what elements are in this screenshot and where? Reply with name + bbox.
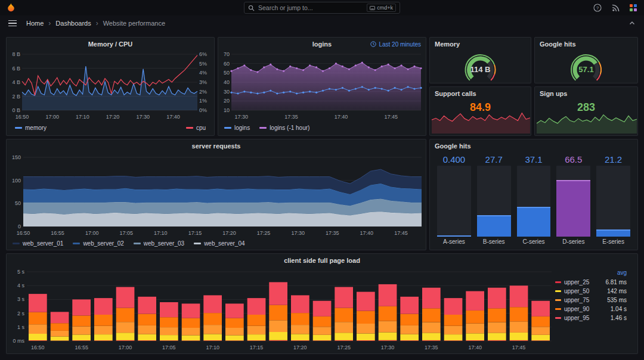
legend-item[interactable]: upper_256.81 ms (555, 278, 627, 287)
svg-text:3 s: 3 s (17, 296, 25, 302)
bar-gauge-b-series[interactable]: 27.7B-series (477, 154, 511, 246)
bar-gauge-a-series[interactable]: 0.400A-series (437, 154, 471, 246)
sign-ups-value: 283 (535, 101, 637, 114)
bar-gauge-e-series[interactable]: 21.2E-series (596, 154, 630, 246)
legend-item[interactable]: upper_50142 ms (555, 287, 627, 296)
legend-swatch (73, 243, 80, 244)
panel-title-server-requests[interactable]: server requests (7, 139, 426, 153)
svg-text:17:45: 17:45 (512, 345, 526, 350)
legend-item[interactable]: upper_951.46 s (555, 314, 627, 322)
svg-text:17:30: 17:30 (234, 114, 248, 120)
breadcrumb-dashboards[interactable]: Dashboards (55, 20, 91, 27)
svg-text:50: 50 (15, 200, 21, 206)
grafana-logo-icon[interactable] (6, 3, 16, 13)
legend-item[interactable]: upper_901.04 s (555, 305, 627, 314)
breadcrumb-separator: › (96, 19, 98, 27)
panel-title-memory-cpu[interactable]: Memory / CPU (7, 38, 214, 51)
bar-fill (437, 235, 471, 237)
svg-text:2 s: 2 s (17, 311, 25, 316)
bar-value: 37.1 (525, 154, 542, 166)
panel-title-sign-ups[interactable]: Sign ups (535, 87, 637, 100)
logins-chart[interactable]: 1020304050607017:3017:3517:4017:45 (218, 51, 426, 121)
legend-avg-value: 1.04 s (611, 306, 627, 312)
bar-label: E-series (602, 237, 624, 246)
legend-item[interactable]: web_server_03 (134, 240, 184, 247)
legend-label: upper_75 (564, 297, 604, 303)
legend-label: memory (25, 125, 47, 131)
panel-title-memory[interactable]: Memory (430, 38, 531, 51)
svg-text:17:45: 17:45 (385, 114, 398, 120)
legend-swatch (555, 299, 561, 301)
legend-label: logins (234, 125, 250, 131)
chevron-up-icon[interactable] (628, 20, 636, 27)
panel-title-google-hits[interactable]: Google hits (535, 38, 637, 51)
bar-fill (556, 180, 590, 237)
svg-text:1 s: 1 s (17, 324, 25, 330)
page-load-chart[interactable]: 0 ms1 s2 s3 s4 s5 s16:5016:5517:0017:051… (7, 267, 555, 353)
svg-text:17:00: 17:00 (119, 345, 132, 350)
legend-label: upper_90 (564, 306, 608, 312)
legend-avg-value: 6.81 ms (605, 279, 627, 285)
svg-text:?: ? (596, 5, 599, 11)
bar-gauge-c-series[interactable]: 37.1C-series (517, 154, 551, 246)
svg-text:16:50: 16:50 (31, 345, 45, 350)
panel-title-logins[interactable]: logins Last 20 minutes (218, 38, 426, 51)
panel-title-text: server requests (192, 142, 241, 150)
search-box[interactable]: cmd+k (244, 2, 400, 14)
svg-text:30: 30 (224, 89, 230, 95)
svg-text:57.1: 57.1 (578, 65, 593, 74)
panel-title-text: Sign ups (540, 90, 567, 97)
legend-item[interactable]: web_server_02 (73, 240, 123, 247)
page-load-legend: avg upper_256.81 msupper_50142 msupper_7… (555, 267, 633, 353)
breadcrumb-home[interactable]: Home (26, 20, 44, 27)
rss-icon[interactable] (611, 3, 620, 13)
legend-label: logins (-1 hour) (270, 125, 309, 131)
server-requests-chart[interactable]: 05010015016:5016:5517:0017:0517:1017:151… (7, 153, 426, 237)
svg-text:150: 150 (12, 154, 21, 160)
bar-track (596, 166, 630, 237)
svg-text:8 B: 8 B (12, 51, 20, 57)
time-range-link[interactable]: Last 20 minutes (370, 38, 421, 51)
legend-item[interactable]: memory (15, 125, 47, 131)
bar-gauge-d-series[interactable]: 66.5D-series (556, 154, 590, 246)
svg-text:100: 100 (12, 178, 21, 184)
legend-label: web_server_04 (204, 240, 244, 247)
bar-label: C-series (522, 237, 544, 246)
svg-text:50: 50 (224, 70, 230, 76)
panel-page-load: client side full page load 0 ms1 s2 s3 s… (6, 253, 638, 354)
legend-avg-value: 142 ms (607, 288, 627, 294)
svg-text:17:15: 17:15 (188, 230, 202, 236)
legend-item[interactable]: upper_75535 ms (555, 296, 627, 305)
svg-text:4%: 4% (199, 70, 207, 76)
svg-text:1%: 1% (199, 98, 207, 104)
legend-item[interactable]: web_server_04 (194, 240, 244, 247)
legend-swatch (224, 127, 231, 129)
legend-item[interactable]: logins (-1 hour) (259, 125, 309, 131)
svg-text:17:00: 17:00 (45, 114, 59, 120)
apps-icon[interactable] (628, 3, 638, 13)
bar-value: 66.5 (565, 154, 582, 166)
panel-title-google-hits-bars[interactable]: Google hits (430, 139, 637, 153)
svg-text:17:25: 17:25 (337, 345, 351, 350)
legend-item[interactable]: cpu (186, 125, 206, 131)
legend-swatch (555, 281, 561, 283)
svg-text:2 B: 2 B (12, 94, 20, 100)
panel-title-text: Memory (435, 41, 460, 48)
svg-text:16:50: 16:50 (17, 230, 30, 236)
panel-title-support-calls[interactable]: Support calls (430, 87, 531, 100)
panel-title-page-load[interactable]: client side full page load (7, 254, 637, 267)
legend-item[interactable]: logins (224, 125, 250, 131)
time-range-label: Last 20 minutes (379, 41, 421, 48)
bar-label: B-series (483, 237, 505, 246)
legend-item[interactable]: web_server_01 (13, 240, 63, 247)
panel-title-text: Memory / CPU (88, 41, 133, 48)
panel-title-text: Support calls (435, 90, 476, 97)
breadcrumb-separator: › (48, 19, 51, 27)
memory-cpu-chart[interactable]: 0 B2 B4 B6 B8 B0%1%2%3%4%5%6%16:5017:001… (7, 51, 214, 121)
search-input[interactable] (258, 4, 363, 11)
svg-text:17:05: 17:05 (119, 230, 133, 236)
help-icon[interactable]: ? (593, 3, 602, 13)
bar-track (517, 166, 551, 237)
menu-icon[interactable] (8, 20, 17, 27)
svg-text:17:05: 17:05 (162, 345, 176, 350)
